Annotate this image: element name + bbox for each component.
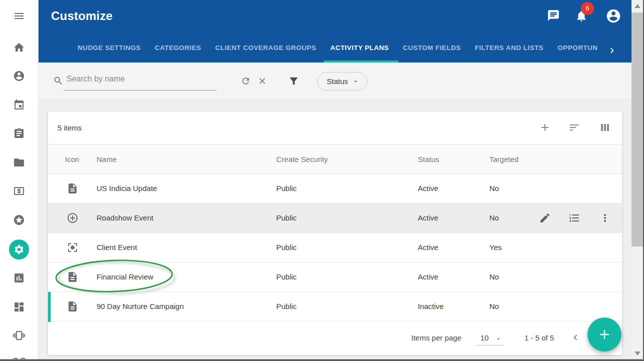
filter-icon[interactable] — [288, 76, 298, 86]
results-card: 5 items Icon Name Create Security Status… — [48, 112, 622, 355]
add-icon[interactable] — [539, 122, 551, 134]
search-underline — [64, 90, 217, 90]
row-status: Active — [418, 214, 438, 222]
table-row[interactable]: Client EventPublicActiveYes — [48, 233, 622, 262]
numbered-list-icon[interactable] — [568, 212, 580, 224]
row-status: Inactive — [418, 302, 444, 310]
table-body: US Indicia UpdatePublicActiveNoRoadshow … — [48, 174, 622, 322]
sidebar-menu-icon[interactable] — [9, 6, 29, 26]
previous-page-icon[interactable] — [570, 332, 581, 343]
row-name: Client Event — [97, 243, 137, 252]
column-header-icon[interactable]: Icon — [65, 155, 79, 164]
sidebar-account-icon[interactable] — [9, 66, 29, 86]
row-status: Active — [418, 272, 438, 281]
notification-badge: 6 — [581, 2, 594, 15]
row-create-security: Public — [276, 243, 297, 252]
column-header-name[interactable]: Name — [97, 155, 117, 164]
row-name: Roadshow Event — [97, 214, 153, 222]
status-filter-chip[interactable]: Status — [317, 72, 367, 90]
status-filter-label: Status — [327, 77, 348, 86]
document-icon — [67, 271, 79, 283]
sort-icon[interactable] — [568, 122, 580, 134]
page-size-select[interactable]: 10 — [480, 334, 489, 342]
tab-client-coverage-groups[interactable]: CLIENT COVERAGE GROUPS — [209, 32, 323, 62]
add-fab-button[interactable] — [587, 318, 621, 352]
table-row[interactable]: 90 Day Nurture CampaignPublicInactiveNo — [48, 292, 622, 322]
scrollbar-thumb[interactable] — [631, 12, 643, 246]
tab-bar: NUDGE SETTINGSCATEGORIESCLIENT COVERAGE … — [71, 32, 602, 62]
tab-opportun[interactable]: OPPORTUN — [551, 32, 602, 62]
card-toolbar: 5 items — [48, 112, 622, 144]
tab-nudge-settings[interactable]: NUDGE SETTINGS — [71, 32, 147, 62]
items-per-page-label: Items per page — [411, 334, 461, 342]
document-icon — [67, 300, 79, 312]
items-count: 5 items — [58, 124, 82, 132]
row-accent-bar — [48, 292, 51, 322]
tab-activity-plans[interactable]: ACTIVITY PLANS — [324, 32, 395, 62]
chat-icon[interactable] — [547, 9, 560, 22]
table-row[interactable]: Financial ReviewPublicActiveNo — [48, 262, 622, 292]
tabs-scroll-right-icon[interactable] — [606, 45, 617, 56]
sidebar-home-icon[interactable] — [9, 38, 29, 58]
page-range-label: 1 - 5 of 5 — [524, 334, 554, 342]
scroll-up-icon[interactable] — [634, 4, 640, 8]
row-targeted: No — [489, 302, 499, 310]
column-header-create-security[interactable]: Create Security — [276, 155, 328, 164]
row-create-security: Public — [276, 302, 297, 310]
sidebar-star-circle-icon[interactable] — [9, 210, 29, 230]
row-status: Active — [418, 243, 438, 252]
sidebar-dashboard-icon[interactable] — [9, 297, 29, 317]
table-header: Icon Name Create Security Status Targete… — [48, 144, 622, 174]
page-size-underline — [476, 345, 504, 346]
clear-search-icon[interactable] — [257, 76, 267, 86]
pagination: Items per page 10 1 - 5 of 5 — [48, 322, 622, 355]
page-title: Customize — [51, 9, 113, 23]
row-targeted: No — [489, 214, 499, 222]
scroll-down-icon[interactable] — [634, 352, 640, 356]
app: Customize 6 NUDGE SETTINGSCATEGORIESCLIE… — [0, 0, 644, 361]
tab-filters-and-lists[interactable]: FILTERS AND LISTS — [468, 32, 550, 62]
column-header-targeted[interactable]: Targeted — [489, 155, 518, 164]
row-targeted: No — [489, 184, 499, 192]
add-circle-icon — [67, 212, 79, 224]
sidebar-vibration-icon[interactable] — [9, 326, 29, 346]
row-create-security: Public — [276, 214, 297, 222]
header: Customize 6 NUDGE SETTINGSCATEGORIESCLIE… — [39, 0, 631, 62]
sidebar-clipboard-icon[interactable] — [9, 124, 29, 144]
focus-icon — [67, 242, 79, 254]
refresh-icon[interactable] — [241, 76, 251, 86]
sidebar-calendar-icon[interactable] — [9, 95, 29, 115]
row-targeted: No — [489, 272, 499, 281]
search-input[interactable]: Search by name — [67, 74, 217, 88]
table-row[interactable]: Roadshow EventPublicActiveNo — [48, 204, 622, 233]
row-create-security: Public — [276, 272, 297, 281]
sidebar-gear-icon[interactable] — [9, 240, 29, 260]
row-targeted: Yes — [489, 243, 501, 252]
row-status: Active — [418, 184, 438, 192]
search-icon — [53, 76, 64, 86]
page-size-caret-icon[interactable] — [495, 336, 502, 342]
edit-icon[interactable] — [539, 212, 551, 224]
row-name: 90 Day Nurture Campaign — [97, 302, 184, 310]
search-toolbar: Search by name Status — [39, 62, 631, 100]
columns-icon[interactable] — [599, 122, 611, 134]
more-vert-icon[interactable] — [599, 212, 611, 224]
row-create-security: Public — [276, 184, 297, 192]
sidebar-chart-icon[interactable] — [9, 268, 29, 288]
sidebar — [0, 0, 39, 360]
tab-custom-fields[interactable]: CUSTOM FIELDS — [396, 32, 467, 62]
caret-down-icon — [352, 78, 360, 86]
sidebar-folder-icon[interactable] — [9, 152, 29, 172]
user-avatar-icon[interactable] — [605, 8, 621, 24]
vertical-scrollbar[interactable] — [631, 0, 643, 360]
row-name: Financial Review — [97, 272, 153, 281]
column-header-status[interactable]: Status — [418, 155, 439, 164]
tab-categories[interactable]: CATEGORIES — [148, 32, 208, 62]
row-name: US Indicia Update — [97, 184, 157, 192]
sidebar-money-icon[interactable] — [9, 181, 29, 201]
table-row[interactable]: US Indicia UpdatePublicActiveNo — [48, 174, 622, 204]
document-icon — [67, 182, 79, 194]
